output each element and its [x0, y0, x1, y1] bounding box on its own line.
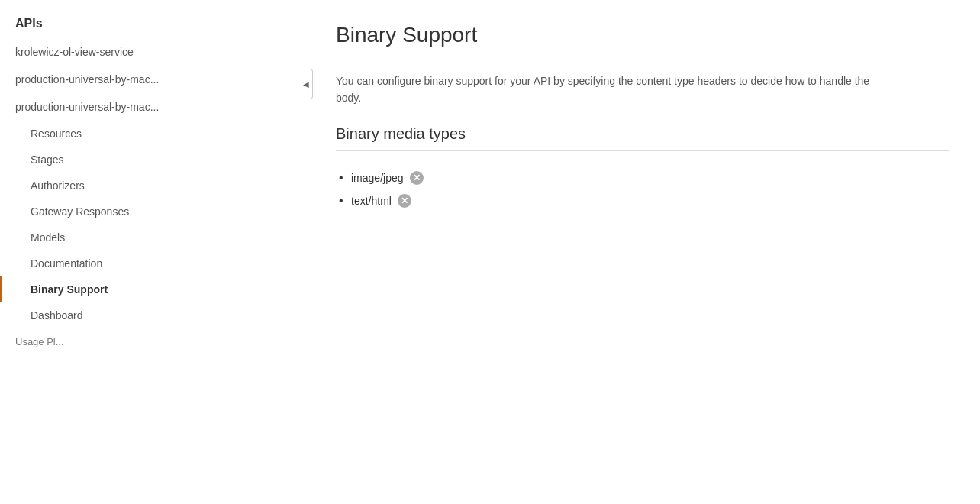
- sidebar-item-documentation[interactable]: Documentation: [0, 250, 305, 276]
- sidebar-bottom-section[interactable]: Usage Pl...: [0, 328, 305, 355]
- collapse-arrow-icon: ◀: [303, 80, 309, 89]
- sidebar-collapse-button[interactable]: ◀: [299, 69, 313, 99]
- sidebar-item-resources[interactable]: Resources: [0, 121, 305, 147]
- title-divider: [336, 57, 949, 57]
- section-divider: [336, 150, 949, 151]
- description-text: You can configure binary support for you…: [336, 73, 870, 107]
- sidebar-item-authorizers[interactable]: Authorizers: [0, 173, 305, 199]
- sidebar-item-api-3[interactable]: production-universal-by-mac...: [0, 93, 305, 121]
- media-type-list: image/jpeg✕text/html✕: [336, 166, 949, 212]
- sidebar-item-api-2[interactable]: production-universal-by-mac...: [0, 66, 305, 93]
- media-type-name: image/jpeg: [351, 172, 404, 184]
- media-type-name: text/html: [351, 195, 392, 207]
- sidebar-item-dashboard[interactable]: Dashboard: [0, 302, 305, 328]
- list-item: image/jpeg✕: [336, 166, 949, 189]
- sidebar: APIs krolewicz-ol-view-service productio…: [0, 0, 305, 504]
- main-content: Binary Support You can configure binary …: [305, 0, 980, 504]
- page-title: Binary Support: [336, 23, 949, 47]
- sidebar-item-binary-support[interactable]: Binary Support: [0, 276, 305, 302]
- sidebar-item-gateway-responses[interactable]: Gateway Responses: [0, 199, 305, 225]
- sidebar-item-models[interactable]: Models: [0, 225, 305, 250]
- sidebar-item-api-1[interactable]: krolewicz-ol-view-service: [0, 38, 305, 66]
- remove-media-type-button[interactable]: ✕: [398, 194, 411, 208]
- section-title-binary-media-types: Binary media types: [336, 125, 949, 143]
- sidebar-sub-items: ResourcesStagesAuthorizersGateway Respon…: [0, 121, 305, 328]
- list-item: text/html✕: [336, 189, 949, 212]
- remove-media-type-button[interactable]: ✕: [410, 171, 424, 185]
- sidebar-section-apis: APIs: [0, 8, 305, 38]
- sidebar-item-stages[interactable]: Stages: [0, 147, 305, 173]
